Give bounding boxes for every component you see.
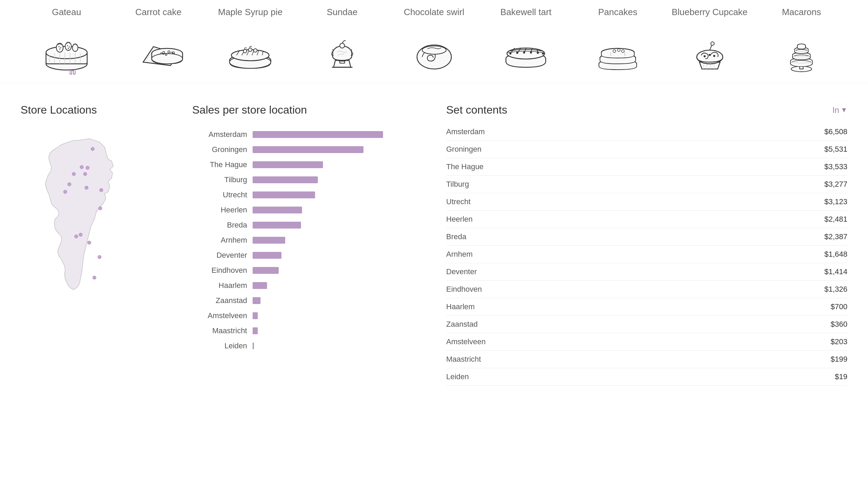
chart-row: Zaanstad: [192, 296, 426, 305]
svg-point-70: [704, 55, 706, 57]
chart-row: Tilburg: [192, 175, 426, 184]
svg-point-83: [86, 166, 89, 170]
chart-city-label: Leiden: [192, 341, 247, 350]
chart-bar: [253, 176, 318, 183]
chart-row: Utrecht: [192, 190, 426, 199]
dessert-sundae-label: Sundae: [327, 7, 358, 18]
dessert-gateau[interactable]: Gateau: [21, 7, 113, 83]
chart-city-label: The Hague: [192, 160, 247, 169]
svg-point-37: [248, 48, 252, 51]
dessert-pancakes[interactable]: Pancakes: [572, 7, 664, 83]
svg-point-62: [617, 49, 620, 51]
chart-row: Heerlen: [192, 206, 426, 214]
chart-bar-bg: [253, 312, 426, 319]
set-row: Deventer $1,414: [446, 263, 847, 281]
chart-row: Breda: [192, 221, 426, 230]
filter-label: In: [832, 105, 839, 115]
chart-row: Arnhem: [192, 236, 426, 245]
chart-bar: [253, 267, 279, 274]
chart-bar: [253, 342, 254, 349]
chart-bar: [253, 312, 258, 319]
set-city-value: $700: [831, 302, 847, 311]
dessert-bakewell-tart[interactable]: Bakewell tart: [480, 7, 572, 83]
svg-point-71: [709, 54, 711, 56]
dessert-carrot-cake-image: [128, 24, 189, 79]
set-row: Tilburg $3,277: [446, 176, 847, 193]
svg-point-22: [152, 54, 183, 64]
dessert-chocolate-swirl[interactable]: Chocolate swirl: [388, 7, 480, 83]
chart-bar-bg: [253, 207, 426, 213]
set-city-label: Leiden: [446, 372, 469, 381]
dessert-gateau-image: [36, 24, 97, 79]
set-city-label: The Hague: [446, 162, 484, 171]
chart-row: Amsterdam: [192, 130, 426, 139]
chart-bar: [253, 237, 285, 244]
dessert-bakewell-tart-image: [495, 24, 557, 79]
chart-city-label: Arnhem: [192, 236, 247, 245]
chart-city-label: Zaanstad: [192, 296, 247, 305]
chart-city-label: Heerlen: [192, 206, 247, 214]
set-city-value: $3,277: [824, 180, 847, 189]
set-city-value: $3,533: [824, 162, 847, 171]
svg-point-44: [422, 46, 446, 54]
chart-row: Groningen: [192, 145, 426, 154]
set-row: Eindhoven $1,326: [446, 281, 847, 298]
chart-bar: [253, 327, 258, 334]
svg-point-15: [59, 49, 60, 50]
set-city-value: $5,531: [824, 145, 847, 154]
dessert-maple-syrup-pie[interactable]: Maple Syrup pie: [204, 7, 296, 83]
chart-bar: [253, 222, 301, 229]
svg-point-18: [68, 48, 69, 49]
main-content: Store Locations: [0, 83, 868, 399]
set-contents-header: Set contents In ▼: [446, 104, 847, 116]
set-row: Amsterdam $6,508: [446, 123, 847, 141]
svg-point-55: [530, 51, 532, 54]
netherlands-map: [21, 130, 151, 302]
chart-city-label: Deventer: [192, 251, 247, 260]
chart-row: Haarlem: [192, 281, 426, 290]
svg-point-11: [65, 42, 71, 50]
chart-bar: [253, 282, 267, 289]
set-city-value: $2,387: [824, 232, 847, 241]
svg-point-87: [85, 186, 88, 189]
dessert-blueberry-cupcake[interactable]: Blueberry Cupcake: [664, 7, 756, 83]
chart-bar-bg: [253, 222, 426, 229]
svg-point-54: [523, 51, 525, 54]
chart-bar-bg: [253, 176, 426, 183]
svg-point-56: [537, 52, 539, 54]
dessert-sundae[interactable]: Sundae: [296, 7, 388, 83]
set-city-value: $199: [831, 355, 847, 364]
svg-point-57: [542, 53, 544, 55]
set-city-label: Groningen: [446, 145, 482, 154]
set-city-label: Utrecht: [446, 197, 471, 206]
filter-control[interactable]: In ▼: [832, 105, 847, 115]
svg-point-14: [60, 47, 61, 48]
chart-bar-bg: [253, 191, 426, 198]
dessert-macarons[interactable]: Macarons: [755, 7, 847, 83]
chart-row: Leiden: [192, 341, 426, 350]
svg-point-10: [56, 43, 63, 52]
chart-row: Maastricht: [192, 326, 426, 335]
set-city-label: Tilburg: [446, 180, 469, 189]
set-city-label: Maastricht: [446, 355, 481, 364]
chart-bar-bg: [253, 297, 426, 304]
sales-chart-title: Sales per store location: [192, 104, 426, 116]
svg-point-38: [254, 49, 257, 52]
dessert-pancakes-label: Pancakes: [598, 7, 637, 18]
set-city-label: Eindhoven: [446, 285, 482, 294]
dessert-carrot-cake[interactable]: Carrot cake: [113, 7, 205, 83]
set-row: Maastricht $199: [446, 351, 847, 368]
store-locations-title: Store Locations: [21, 104, 185, 116]
dessert-macarons-label: Macarons: [782, 7, 821, 18]
dessert-chocolate-swirl-label: Chocolate swirl: [404, 7, 464, 18]
svg-point-85: [63, 190, 67, 194]
set-city-label: Heerlen: [446, 215, 473, 224]
dessert-maple-syrup-pie-image: [219, 24, 281, 79]
filter-icon[interactable]: ▼: [841, 106, 847, 114]
svg-point-72: [713, 55, 715, 57]
svg-point-94: [80, 165, 83, 169]
chart-bar-bg: [253, 267, 426, 274]
svg-point-61: [613, 50, 616, 53]
chart-bar-bg: [253, 161, 426, 168]
chart-row: The Hague: [192, 160, 426, 169]
